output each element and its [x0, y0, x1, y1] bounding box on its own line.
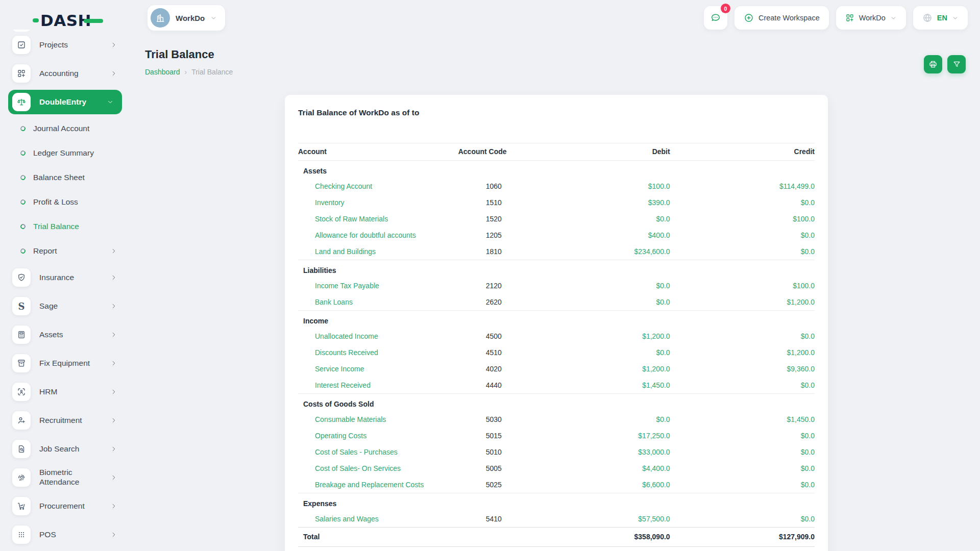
- sidebar-subitem-report[interactable]: Report: [0, 239, 133, 263]
- breadcrumb-dashboard-link[interactable]: Dashboard: [145, 68, 180, 76]
- credit-cell: $1,450.0: [670, 411, 815, 428]
- account-link[interactable]: Land and Buildings: [315, 247, 376, 256]
- account-link[interactable]: Cost of Sales- On Services: [315, 464, 401, 472]
- sidebar-item-biometric-attendance[interactable]: Biometric Attendance: [0, 463, 133, 492]
- sidebar-item-label: DoubleEntry: [39, 97, 86, 107]
- account-link[interactable]: Cost of Sales - Purchases: [315, 448, 398, 456]
- account-link[interactable]: Interest Received: [315, 381, 371, 389]
- account-link[interactable]: Service Income: [315, 365, 364, 373]
- credit-cell: $0.0: [670, 243, 815, 260]
- filter-button[interactable]: [947, 55, 966, 73]
- sidebar-subitem-label: Journal Account: [33, 124, 89, 133]
- account-link[interactable]: Allowance for doubtful accounts: [315, 231, 416, 239]
- credit-cell: $100.0: [670, 278, 815, 294]
- account-link[interactable]: Checking Account: [315, 182, 372, 190]
- account-cell: Allowance for doubtful accounts: [298, 227, 458, 243]
- sidebar-item-procurement[interactable]: Procurement: [0, 492, 133, 520]
- sidebar-item-projects[interactable]: Projects: [0, 31, 133, 59]
- account-row-cost-of-sales-on-services: Cost of Sales- On Services5005$4,400.0$0…: [298, 460, 815, 477]
- workspace-selector[interactable]: WorkDo: [148, 5, 225, 31]
- empty-cell: [567, 161, 670, 179]
- sidebar-item-doubleentry[interactable]: DoubleEntry: [8, 90, 122, 114]
- empty-cell: [567, 493, 670, 511]
- account-row-operating-costs: Operating Costs5015$17,250.0$0.0: [298, 428, 815, 444]
- account-code-cell: 5025: [458, 477, 567, 493]
- account-link[interactable]: Stock of Raw Materials: [315, 215, 388, 223]
- debit-cell: $0.0: [567, 344, 670, 361]
- cart-icon: [12, 497, 31, 515]
- account-link[interactable]: Salaries and Wages: [315, 515, 379, 523]
- chevron-right-icon: [110, 360, 117, 367]
- account-cell: Breakage and Replacement Costs: [298, 477, 458, 493]
- sidebar-subitem-profit-loss[interactable]: Profit & Loss: [0, 190, 133, 214]
- section-row-expenses: Expenses: [298, 493, 815, 511]
- account-cell: Bank Loans: [298, 294, 458, 311]
- debit-cell: $0.0: [567, 411, 670, 428]
- section-name: Income: [298, 311, 458, 329]
- account-link[interactable]: Income Tax Payable: [315, 282, 379, 290]
- sidebar-item-fix-equipment[interactable]: Fix Equipment: [0, 349, 133, 378]
- account-row-checking-account: Checking Account1060$100.0$114,499.0: [298, 178, 815, 194]
- chevron-right-icon: [110, 41, 117, 48]
- debit-cell: $100.0: [567, 178, 670, 194]
- account-link[interactable]: Discounts Received: [315, 348, 378, 357]
- total-label: Total: [298, 528, 458, 547]
- checkbox-icon: [12, 36, 31, 54]
- print-button[interactable]: [924, 55, 942, 73]
- sidebar-item-recruitment[interactable]: Recruitment: [0, 406, 133, 435]
- create-workspace-button[interactable]: Create Workspace: [734, 6, 829, 30]
- globe-icon: [922, 13, 933, 23]
- section-name: Liabilities: [298, 260, 458, 278]
- credit-cell: $100.0: [670, 211, 815, 227]
- account-code-cell: 1060: [458, 178, 567, 194]
- account-link[interactable]: Bank Loans: [315, 298, 353, 306]
- bullet-icon: [20, 150, 26, 156]
- trial-balance-table: Account Account Code Debit Credit Assets…: [298, 143, 815, 547]
- sidebar-subitem-trial-balance[interactable]: Trial Balance: [0, 214, 133, 239]
- empty-cell: [458, 528, 567, 547]
- bullet-icon: [20, 174, 26, 181]
- sidebar-item-label: Accounting: [39, 69, 79, 79]
- report-title: Trial Balance of WorkDo as of to: [298, 108, 815, 117]
- sidebar-item-pos[interactable]: POS: [0, 520, 133, 549]
- credit-cell: $0.0: [670, 460, 815, 477]
- chevron-down-icon: [210, 15, 217, 21]
- account-cell: Service Income: [298, 361, 458, 377]
- debit-cell: $400.0: [567, 227, 670, 243]
- empty-cell: [670, 493, 815, 511]
- chevron-right-icon: [110, 503, 117, 510]
- account-link[interactable]: Breakage and Replacement Costs: [315, 481, 424, 489]
- calculator-icon: [12, 325, 31, 344]
- account-link[interactable]: Operating Costs: [315, 432, 366, 440]
- sidebar-subitem-balance-sheet[interactable]: Balance Sheet: [0, 165, 133, 190]
- sidebar-item-accounting[interactable]: Accounting: [0, 59, 133, 88]
- sidebar-item-insurance[interactable]: Insurance: [0, 263, 133, 292]
- account-link[interactable]: Unallocated Income: [315, 332, 378, 340]
- sidebar-subitem-label: Report: [33, 246, 57, 256]
- account-code-cell: 5030: [458, 411, 567, 428]
- workspace-switcher-button[interactable]: WorkDo: [836, 6, 906, 30]
- sidebar-item-job-search[interactable]: Job Search: [0, 435, 133, 463]
- messages-button[interactable]: 0: [704, 6, 727, 30]
- sidebar-item-hrm[interactable]: HRM: [0, 378, 133, 406]
- dash-logo[interactable]: DASH: [33, 11, 103, 30]
- bullet-icon: [20, 126, 26, 132]
- sidebar-subitem-journal-account[interactable]: Journal Account: [0, 116, 133, 141]
- grid-plus-icon: [845, 13, 854, 22]
- bullet-icon: [20, 248, 26, 254]
- bullet-icon: [20, 199, 26, 205]
- total-debit: $358,090.0: [567, 528, 670, 547]
- account-cell: Cost of Sales- On Services: [298, 460, 458, 477]
- sidebar-item-assets[interactable]: Assets: [0, 320, 133, 349]
- language-selector[interactable]: EN: [913, 6, 968, 30]
- empty-cell: [458, 493, 567, 511]
- debit-cell: $0.0: [567, 278, 670, 294]
- section-row-assets: Assets: [298, 161, 815, 179]
- chevron-right-icon: [110, 445, 117, 453]
- sidebar-item-label: POS: [39, 530, 56, 540]
- account-link[interactable]: Consumable Materials: [315, 415, 386, 423]
- sidebar-subitem-ledger-summary[interactable]: Ledger Summary: [0, 141, 133, 165]
- account-link[interactable]: Inventory: [315, 198, 345, 207]
- sidebar-item-label: Job Search: [39, 444, 79, 454]
- sidebar-item-sage[interactable]: SSage: [0, 292, 133, 320]
